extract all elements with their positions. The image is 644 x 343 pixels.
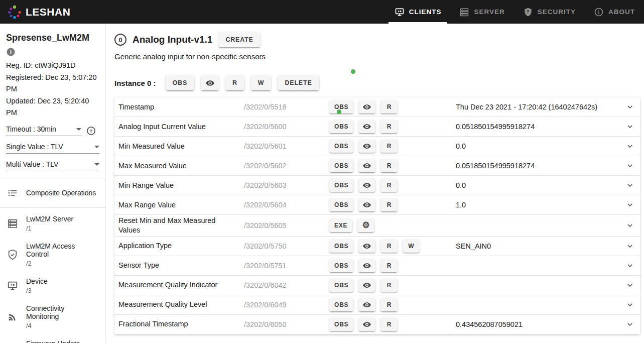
read-button[interactable]: R xyxy=(380,198,398,211)
expand-row-button[interactable] xyxy=(619,122,637,132)
object-name: Firmware Update xyxy=(26,339,80,343)
read-button[interactable]: R xyxy=(380,318,398,331)
obs-button[interactable]: OBS xyxy=(329,120,353,133)
observe-settings-button[interactable] xyxy=(358,120,375,133)
expand-row-button[interactable] xyxy=(619,261,637,271)
read-button[interactable]: R xyxy=(380,159,398,172)
expand-row-button[interactable] xyxy=(619,220,637,231)
read-button[interactable]: R xyxy=(380,140,398,153)
resource-value: 0.051850154995918274 xyxy=(456,123,619,131)
resource-name: Timestamp xyxy=(118,102,244,112)
resource-operations: OBSR xyxy=(329,140,456,153)
gear-icon: ⚙ xyxy=(362,221,370,230)
eye-icon xyxy=(362,142,371,151)
tab-about[interactable]: ABOUT xyxy=(585,0,644,24)
timeout-select[interactable]: Timeout : 30min xyxy=(6,125,81,136)
observe-settings-button[interactable] xyxy=(358,140,375,153)
obs-button[interactable]: OBS xyxy=(329,298,353,311)
object-path: /1 xyxy=(26,224,73,232)
obs-button[interactable]: OBS xyxy=(329,259,353,272)
eye-icon xyxy=(362,122,371,131)
resource-value: SEN_AIN0 xyxy=(456,242,619,250)
chevron-down-icon xyxy=(625,220,635,231)
obs-button[interactable]: OBS xyxy=(166,75,195,90)
resource-operations: OBSR xyxy=(329,198,456,211)
expand-row-button[interactable] xyxy=(619,241,637,251)
observe-settings-button[interactable] xyxy=(358,100,375,113)
delete-button[interactable]: DELETE xyxy=(278,75,319,90)
multi-value-format-select[interactable]: Multi Value : TLV xyxy=(6,160,99,171)
object-description: Generic analog input for non-specific se… xyxy=(114,52,640,61)
resource-row: Max Measured Value/3202/0/5602OBSR0.0518… xyxy=(114,156,640,176)
expand-row-button[interactable] xyxy=(619,102,637,112)
read-button[interactable]: R xyxy=(380,120,398,133)
read-button[interactable]: R xyxy=(225,75,244,90)
resource-operations: OBSR xyxy=(329,259,456,272)
observe-settings-button[interactable] xyxy=(201,75,219,90)
observe-settings-button[interactable] xyxy=(358,240,375,253)
expand-row-button[interactable] xyxy=(619,161,637,171)
read-button[interactable]: R xyxy=(380,240,398,253)
observe-settings-button[interactable] xyxy=(358,198,375,211)
write-button[interactable]: W xyxy=(403,240,420,253)
read-button[interactable]: R xyxy=(380,100,398,113)
expand-row-button[interactable] xyxy=(619,141,637,151)
info-icon[interactable] xyxy=(6,47,16,57)
chevron-down-icon xyxy=(625,280,635,290)
resource-path: /3202/0/5601 xyxy=(244,142,329,150)
brand[interactable]: LESHAN xyxy=(0,5,70,20)
eye-icon xyxy=(362,320,371,329)
single-value-format-select[interactable]: Single Value : TLV xyxy=(6,143,99,154)
exe-settings-button[interactable]: ⚙ xyxy=(357,219,374,232)
eye-icon xyxy=(205,78,215,88)
tab-label: SERVER xyxy=(474,8,504,16)
help-icon[interactable]: ? xyxy=(86,126,96,136)
expand-row-button[interactable] xyxy=(619,180,637,190)
obs-button[interactable]: OBS xyxy=(329,279,353,292)
obs-button[interactable]: OBS xyxy=(329,198,353,211)
server-rack-icon xyxy=(7,218,18,229)
read-button[interactable]: R xyxy=(380,298,398,311)
resource-operations: OBSR xyxy=(329,318,456,331)
tab-label: CLIENTS xyxy=(409,8,442,16)
tab-security[interactable]: ?SECURITY xyxy=(514,0,585,24)
obs-button[interactable]: OBS xyxy=(329,100,353,113)
obs-button[interactable]: OBS xyxy=(329,140,353,153)
sidebar-item-device[interactable]: Device/3 xyxy=(0,272,105,299)
object-path: /3 xyxy=(26,287,48,294)
obs-button[interactable]: OBS xyxy=(329,240,353,253)
sidebar-item-lwm2m-access-control[interactable]: LwM2M Access Control/2 xyxy=(0,237,105,272)
create-button[interactable]: CREATE xyxy=(218,32,260,47)
sidebar-item-connectivity-monitoring[interactable]: Connectivity Monitoring/4 xyxy=(0,299,105,334)
sidebar-item-lwm2m-server[interactable]: LwM2M Server/1 xyxy=(0,210,105,237)
obs-button[interactable]: OBS xyxy=(329,159,353,172)
obs-button[interactable]: OBS xyxy=(329,318,353,331)
write-button[interactable]: W xyxy=(251,75,272,90)
expand-row-button[interactable] xyxy=(619,300,637,310)
tab-server[interactable]: SERVER xyxy=(450,0,513,24)
observe-settings-button[interactable] xyxy=(358,259,375,272)
expand-row-button[interactable] xyxy=(619,280,637,290)
observe-settings-button[interactable] xyxy=(358,159,375,172)
observe-settings-button[interactable] xyxy=(358,179,375,192)
expand-row-button[interactable] xyxy=(619,319,637,329)
obs-button[interactable]: OBS xyxy=(329,179,353,192)
observe-settings-button[interactable] xyxy=(358,318,375,331)
observe-settings-button[interactable] xyxy=(358,298,375,311)
expand-row-button[interactable] xyxy=(619,200,637,210)
resource-name: Max Range Value xyxy=(118,200,244,210)
tab-clients[interactable]: CLIENTS xyxy=(385,0,451,24)
resource-operations: OBSR xyxy=(329,279,456,292)
chevron-down-icon xyxy=(625,200,635,210)
chevron-down-icon xyxy=(625,141,635,151)
resource-row: Application Type/3202/0/5750OBSRWSEN_AIN… xyxy=(114,237,640,256)
sidebar-item-firmware-update[interactable]: Firmware Update/5 xyxy=(0,334,105,343)
object-detail-panel: 0 Analog Input-v1.1 CREATE Generic analo… xyxy=(106,24,644,343)
exe-button[interactable]: EXE xyxy=(329,219,352,232)
read-button[interactable]: R xyxy=(380,279,398,292)
resource-table: Timestamp/3202/0/5518OBSRThu Dec 23 2021… xyxy=(114,97,640,334)
observe-settings-button[interactable] xyxy=(358,279,375,292)
read-button[interactable]: R xyxy=(380,259,398,272)
sidebar-item-composite-operations[interactable]: Composite Operations xyxy=(0,180,105,205)
read-button[interactable]: R xyxy=(380,179,398,192)
